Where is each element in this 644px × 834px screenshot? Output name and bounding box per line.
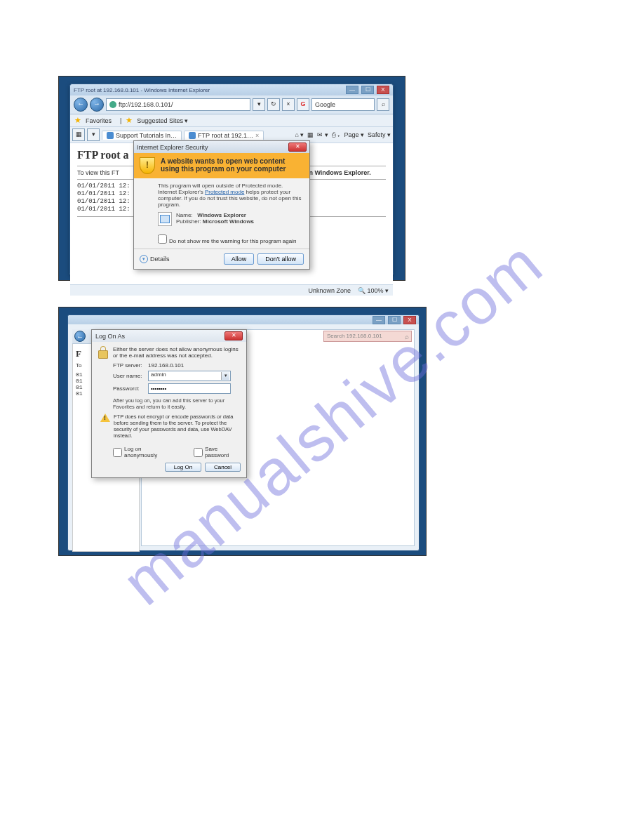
safety-menu[interactable]: Safety ▾	[368, 131, 391, 138]
allow-button[interactable]: Allow	[224, 253, 255, 265]
back-button[interactable]: ←	[74, 331, 86, 342]
ftp-server-label: FTP server:	[113, 362, 148, 369]
close-button[interactable]: X	[377, 86, 389, 94]
refresh-button[interactable]: ↻	[267, 98, 280, 111]
feeds-button[interactable]: ▦	[307, 131, 314, 138]
dropdown-button[interactable]: ▾	[253, 98, 265, 111]
lock-icon	[98, 346, 109, 359]
window-titlebar[interactable]: FTP root at 192.168.0.101 - Windows Inte…	[70, 84, 393, 95]
dont-show-again-row: Do not show me the warning for this prog…	[134, 232, 309, 246]
quick-tabs-button[interactable]: ▦	[72, 128, 85, 141]
program-name-value: Windows Explorer	[197, 212, 246, 218]
dialog-button-row: Log On Cancel	[98, 463, 241, 472]
username-combobox[interactable]: admin▾	[148, 371, 231, 381]
protected-mode-link[interactable]: Protected mode	[205, 189, 244, 195]
dialog-button-row: ▾Details Allow Don't allow	[134, 249, 309, 269]
security-warning-text: FTP does not encrypt or encode passwords…	[114, 413, 241, 439]
maximize-button[interactable]: ☐	[388, 316, 401, 324]
instruction-text-left: To view this FT	[77, 169, 119, 176]
dialog-headline: A website wants to open web content usin…	[161, 157, 304, 173]
tab-ftp-root[interactable]: FTP root at 192.1… ×	[184, 131, 264, 140]
home-button[interactable]: ⌂ ▾	[295, 131, 304, 138]
read-mail-button[interactable]: ✉ ▾	[317, 131, 328, 138]
shield-icon	[140, 157, 155, 174]
address-text: ftp://192.168.0.101/	[119, 99, 173, 110]
warning-icon	[100, 413, 110, 422]
dialog-body: This program will open outside of Protec…	[134, 178, 309, 232]
tab-support-tutorials[interactable]: Support Tutorials In…	[102, 131, 182, 140]
dont-allow-button[interactable]: Don't allow	[257, 253, 304, 265]
site-icon	[109, 101, 116, 108]
save-password-checkbox[interactable]	[194, 448, 203, 457]
minimize-button[interactable]: —	[346, 86, 358, 94]
address-bar[interactable]: ftp://192.168.0.101/	[106, 98, 250, 111]
print-button[interactable]: ⎙ ▾	[332, 131, 341, 138]
page-menu[interactable]: Page ▾	[344, 131, 364, 138]
favorites-bar: ★ Favorites | ★ Suggested Sites ▾	[70, 114, 393, 127]
tab-list-button[interactable]: ▾	[87, 128, 100, 141]
log-on-as-dialog: Log On As ✕ Either the server does not a…	[91, 329, 247, 478]
favorites-label[interactable]: Favorites	[86, 117, 112, 124]
checkbox-row: Log on anonymously Save password	[113, 446, 241, 458]
search-engine-icon: G	[297, 98, 309, 111]
program-icon	[158, 212, 172, 226]
nav-toolbar: ← → ftp://192.168.0.101/ ▾ ↻ × G Google …	[70, 95, 393, 114]
tab-label: FTP root at 192.1…	[198, 132, 253, 139]
search-icon: ⌕	[405, 332, 409, 342]
program-name-label: Name:	[176, 212, 193, 218]
favorites-note: After you log on, you can add this serve…	[113, 397, 241, 410]
close-button[interactable]: X	[403, 316, 416, 324]
suggested-star-icon: ★	[126, 116, 133, 125]
tab-label: Support Tutorials In…	[116, 132, 177, 139]
password-field[interactable]	[148, 383, 231, 394]
dialog-title: Internet Explorer Security	[137, 144, 208, 151]
status-bar: Unknown Zone 🔍 100% ▾	[70, 284, 393, 296]
favorites-star-icon[interactable]: ★	[74, 116, 81, 125]
log-on-button[interactable]: Log On	[165, 463, 201, 472]
zoom-control[interactable]: 🔍 100% ▾	[358, 287, 389, 294]
chevron-down-icon: ▾	[140, 255, 148, 263]
credential-fields: FTP server: 192.168.0.101 User name: adm…	[113, 362, 241, 394]
screenshot-frame-1: FTP root at 192.168.0.101 - Windows Inte…	[58, 76, 405, 281]
dialog-close-button[interactable]: ✕	[224, 331, 243, 340]
username-label: User name:	[113, 373, 148, 379]
security-warning-row: FTP does not encrypt or encode passwords…	[100, 413, 241, 439]
program-info: Name: Windows Explorer Publisher: Micros…	[158, 212, 302, 226]
program-publisher-value: Microsoft Windows	[203, 218, 254, 225]
dialog-close-button[interactable]: ✕	[288, 143, 307, 152]
screenshot-frame-2: — ☐ X ← F To 01 01 01 01 Search 192.168.…	[58, 307, 427, 556]
ie-security-dialog: Internet Explorer Security ✕ A website w…	[133, 140, 310, 270]
window-titlebar[interactable]: — ☐ X	[68, 315, 419, 324]
search-box[interactable]: Google	[311, 98, 375, 111]
favorites-sep: |	[120, 117, 121, 124]
ie-window: FTP root at 192.168.0.101 - Windows Inte…	[69, 84, 394, 276]
dialog-body: Either the server does not allow anonymo…	[92, 342, 246, 477]
explorer-search-box[interactable]: Search 192.168.0.101 ⌕	[323, 331, 412, 342]
dialog-message: Either the server does not allow anonymo…	[113, 346, 241, 359]
log-on-anonymously-label[interactable]: Log on anonymously	[113, 446, 173, 458]
dont-show-again-label[interactable]: Do not show me the warning for this prog…	[158, 238, 296, 244]
dialog-titlebar[interactable]: Log On As ✕	[92, 330, 246, 342]
cancel-button[interactable]: Cancel	[205, 463, 241, 472]
tab-close-icon[interactable]: ×	[255, 132, 259, 139]
dialog-titlebar[interactable]: Internet Explorer Security ✕	[134, 141, 309, 153]
program-publisher-label: Publisher:	[176, 218, 201, 225]
details-toggle[interactable]: ▾Details	[140, 255, 170, 263]
log-on-anonymously-checkbox[interactable]	[113, 448, 122, 457]
maximize-button[interactable]: ☐	[361, 86, 374, 94]
tab-icon	[107, 132, 114, 139]
suggested-sites-link[interactable]: Suggested Sites ▾	[137, 117, 188, 124]
command-bar: ⌂ ▾ ▦ ✉ ▾ ⎙ ▾ Page ▾ Safety ▾	[295, 131, 391, 138]
back-button[interactable]: ←	[74, 98, 88, 112]
dont-show-again-checkbox[interactable]	[158, 234, 167, 244]
minimize-button[interactable]: —	[373, 316, 385, 324]
security-zone: Unknown Zone	[308, 287, 351, 294]
dialog-title: Log On As	[95, 333, 125, 340]
tab-icon	[189, 132, 196, 139]
save-password-label[interactable]: Save password	[194, 446, 241, 458]
forward-button[interactable]: →	[90, 98, 104, 112]
search-go-button[interactable]: ⌕	[377, 98, 389, 111]
stop-button[interactable]: ×	[282, 98, 295, 111]
explorer-window: — ☐ X ← F To 01 01 01 01 Search 192.168.…	[67, 315, 420, 551]
chevron-down-icon[interactable]: ▾	[221, 372, 229, 380]
